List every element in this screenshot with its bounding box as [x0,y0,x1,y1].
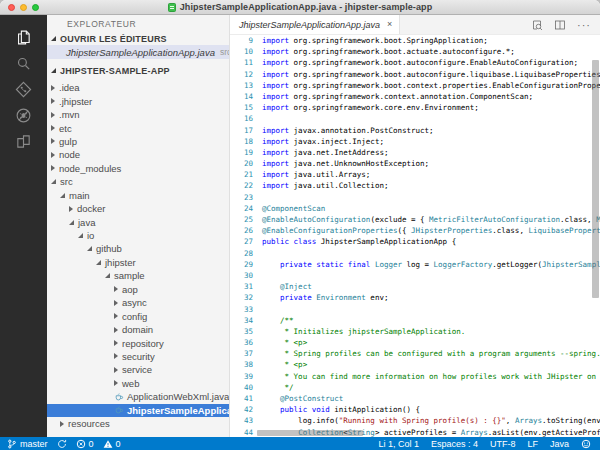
code-line-16[interactable]: 16 [230,113,600,124]
tree-item-node-modules[interactable]: node_modules [47,162,229,175]
code-line-30[interactable]: 30 [230,270,600,281]
line-number: 27 [230,236,253,247]
tree-item-async[interactable]: async [47,296,229,309]
activity-bar-item-source-control[interactable] [0,76,47,102]
code-line-34[interactable]: 34 /** [230,315,600,326]
code-line-15[interactable]: 15import org.springframework.core.env.En… [230,102,600,113]
code-line-40[interactable]: 40 */ [230,382,600,393]
chevron-collapsed-icon [114,340,118,346]
code-text: @EnableConfigurationProperties({ JHipste… [253,225,600,236]
minimize-window-button[interactable] [20,4,27,11]
activity-bar-item-debug[interactable] [0,102,47,128]
horizontal-scrollbar[interactable] [257,430,363,436]
feedback-button[interactable] [581,439,591,449]
tab-jhipstersampleapplicationapp[interactable]: JhipsterSampleApplicationApp.java × [230,15,400,34]
tree-item-java[interactable]: java [47,215,229,228]
code-line-11[interactable]: 11import org.springframework.boot.autoco… [230,57,600,68]
more-actions-icon[interactable]: ··· [577,21,591,29]
code-line-20[interactable]: 20import java.net.UnknownHostException; [230,158,600,169]
tree-item-src[interactable]: src [47,175,229,188]
code-line-22[interactable]: 22import java.util.Collection; [230,180,600,191]
tab-close-icon[interactable]: × [387,20,392,29]
tree-item-resources[interactable]: resources [47,417,229,430]
language-mode[interactable]: Java [550,439,569,449]
code-line-28[interactable]: 28 [230,248,600,259]
tree-item-label: io [87,230,94,241]
error-count[interactable]: 0 [76,439,94,449]
tree-item-etc[interactable]: etc [47,121,229,134]
eol[interactable]: LF [527,439,538,449]
code-line-21[interactable]: 21import java.util.Arrays; [230,169,600,180]
chevron-collapsed-icon [114,313,118,319]
language-mode-label: Java [550,439,569,449]
sync-button[interactable] [57,439,67,449]
code-line-36[interactable]: 36 * <p> [230,337,600,348]
code-line-19[interactable]: 19import java.net.InetAddress; [230,147,600,158]
tree-item-repository[interactable]: repository [47,336,229,349]
code-line-39[interactable]: 39 * You can find more information on ho… [230,371,600,382]
tree-item-jhipster[interactable]: jhipster [47,256,229,269]
code-line-9[interactable]: 9import org.springframework.boot.SpringA… [230,35,600,46]
code-line-37[interactable]: 37 * Spring profiles can be configured w… [230,348,600,359]
code-line-14[interactable]: 14import org.springframework.context.ann… [230,91,600,102]
code-line-25[interactable]: 25@EnableAutoConfiguration(exclude = { M… [230,214,600,225]
code-line-29[interactable]: 29 private static final Logger log = Log… [230,259,600,270]
code-editor[interactable]: 9import org.springframework.boot.SpringA… [230,35,600,437]
activity-bar-item-files[interactable] [0,24,47,50]
warning-count[interactable]: 0 [103,439,121,449]
tree-item-gulp[interactable]: gulp [47,135,229,148]
tree-item-github[interactable]: github [47,242,229,255]
activity-bar-item-search[interactable] [0,50,47,76]
cursor-position[interactable]: Li 1, Col 1 [378,439,419,449]
code-line-26[interactable]: 26@EnableConfigurationProperties({ JHips… [230,225,600,236]
branch-indicator-label: master [20,439,48,449]
tree-item-io[interactable]: io [47,229,229,242]
tree-item--mvn[interactable]: .mvn [47,108,229,121]
encoding[interactable]: UTF-8 [490,439,516,449]
tree-item-domain[interactable]: domain [47,323,229,336]
code-line-17[interactable]: 17import javax.annotation.PostConstruct; [230,125,600,136]
close-window-button[interactable] [8,4,15,11]
tree-item-jhipstersampleapplicationapp-java[interactable]: JhipsterSampleApplicationApp.java [47,404,229,417]
code-line-43[interactable]: 43 log.info("Running with Spring profile… [230,415,600,426]
project-section-header[interactable]: JHIPSTER-SAMPLE-APP [47,63,229,78]
code-line-10[interactable]: 10import org.springframework.boot.actuat… [230,46,600,57]
code-text: import org.springframework.core.env.Envi… [253,102,479,113]
code-line-12[interactable]: 12import org.springframework.boot.autoco… [230,69,600,80]
tree-item-service[interactable]: service [47,363,229,376]
activity-bar-item-extensions[interactable] [0,128,47,154]
tree-item-web[interactable]: web [47,377,229,390]
tree-item-security[interactable]: security [47,350,229,363]
code-line-24[interactable]: 24@ComponentScan [230,203,600,214]
open-editors-section-header[interactable]: OUVRIR LES ÉDITEURS [47,32,229,45]
code-line-42[interactable]: 42 public void initApplication() { [230,404,600,415]
code-line-32[interactable]: 32 private Environment env; [230,292,600,303]
code-line-13[interactable]: 13import org.springframework.boot.contex… [230,80,600,91]
tree-item-main[interactable]: main [47,189,229,202]
code-line-18[interactable]: 18import javax.inject.Inject; [230,136,600,147]
open-preview-icon[interactable] [531,19,543,31]
tree-item-applicationwebxml-java[interactable]: ApplicationWebXml.java [47,390,229,403]
tree-item-docker[interactable]: docker [47,202,229,215]
branch-indicator[interactable]: master [7,439,48,449]
tree-item-aop[interactable]: aop [47,283,229,296]
tree-item-config[interactable]: config [47,309,229,322]
code-line-38[interactable]: 38 * <p> [230,359,600,370]
code-line-31[interactable]: 31 @Inject [230,281,600,292]
zoom-window-button[interactable] [32,4,39,11]
tree-item--idea[interactable]: .idea [47,81,229,94]
code-text: import org.springframework.context.annot… [253,91,533,102]
code-line-33[interactable]: 33 [230,304,600,315]
indentation[interactable]: Espaces : 4 [431,439,478,449]
open-editor-item[interactable]: JhipsterSampleApplicationApp.java src/m.… [47,45,229,59]
code-line-41[interactable]: 41 @PostConstruct [230,393,600,404]
code-line-23[interactable]: 23 [230,192,600,203]
tree-item-node[interactable]: node [47,148,229,161]
code-line-35[interactable]: 35 * Initializes jhipsterSampleApplicati… [230,326,600,337]
split-editor-icon[interactable] [554,19,566,31]
tree-item--jhipster[interactable]: .jhipster [47,94,229,107]
code-line-27[interactable]: 27public class JhipsterSampleApplication… [230,236,600,247]
code-text: import java.util.Arrays; [253,169,370,180]
vertical-scrollbar[interactable] [592,60,599,298]
tree-item-sample[interactable]: sample [47,269,229,282]
